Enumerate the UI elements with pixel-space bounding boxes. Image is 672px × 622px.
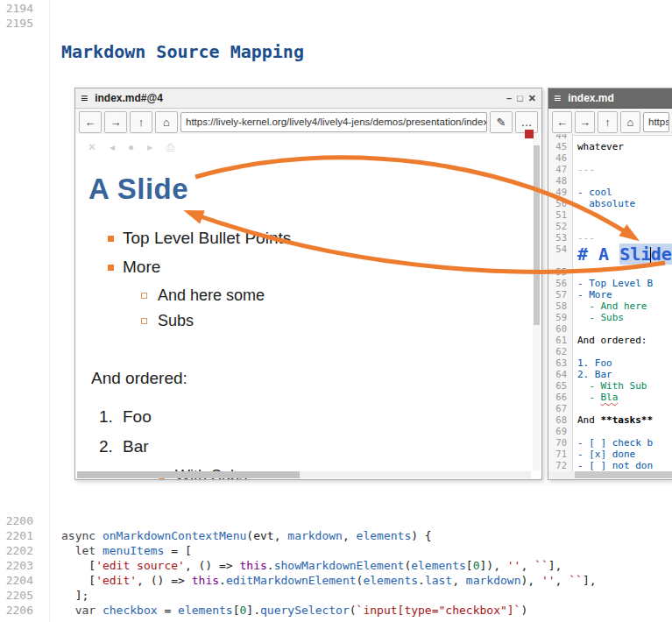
code-line: 53--- bbox=[548, 232, 672, 244]
url-input[interactable]: https://lively-kernel.org/lively4/lively… bbox=[180, 112, 487, 132]
code-line: 55 bbox=[548, 266, 672, 278]
browser-window-source: ≡ index.md ← → ↑ ⌂ https 4445whatever464… bbox=[548, 88, 672, 480]
code-line: 47--- bbox=[548, 164, 672, 175]
line-number: 62 bbox=[548, 346, 572, 357]
code-line: 72- [ ] not don bbox=[548, 460, 672, 471]
code-line: 631. Foo bbox=[548, 357, 672, 369]
back-button[interactable]: ← bbox=[552, 111, 572, 133]
maximize-button[interactable]: □ bbox=[517, 93, 523, 104]
window-titlebar[interactable]: ≡ index.md bbox=[548, 88, 672, 109]
code-line: 46 bbox=[548, 152, 672, 164]
vertical-scrollbar[interactable] bbox=[533, 134, 541, 470]
filled-bullet-icon bbox=[108, 236, 114, 242]
line-number: 65 bbox=[548, 380, 572, 392]
line-number: 66 bbox=[548, 392, 572, 403]
ordered-text: Foo bbox=[123, 407, 152, 427]
editor-lines: 4445whatever4647---4849- cool50 absolute… bbox=[548, 134, 672, 471]
red-indicator[interactable] bbox=[525, 130, 534, 138]
scrollbar-thumb[interactable] bbox=[534, 145, 540, 325]
slide-dot-icon[interactable]: ● bbox=[128, 141, 134, 153]
presentation-toolbar: ✕◂●▸⎙ bbox=[88, 141, 541, 153]
up-button[interactable]: ↑ bbox=[130, 111, 152, 133]
line-number: 55 bbox=[548, 266, 572, 278]
code-line: 56- Top Level B bbox=[548, 278, 672, 289]
line-number: 48 bbox=[548, 175, 572, 187]
line-number: 47 bbox=[548, 164, 572, 175]
line-number: 44 bbox=[548, 134, 572, 141]
home-button[interactable]: ⌂ bbox=[155, 111, 178, 133]
filled-bullet-icon bbox=[108, 265, 114, 271]
line-number: 52 bbox=[548, 221, 572, 232]
line-number: 67 bbox=[548, 403, 572, 414]
browser-window-rendered: ≡ index.md#@4 – □ ✕ ← → ↑ ⌂ https://live… bbox=[74, 88, 542, 480]
embedded-screenshot: ≡ index.md#@4 – □ ✕ ← → ↑ ⌂ https://live… bbox=[74, 88, 672, 480]
code-line: 71- [x] done bbox=[548, 449, 672, 460]
bullet-item: Top Level Bullet Points bbox=[108, 229, 541, 248]
bullet-item: More bbox=[108, 258, 541, 277]
minimize-button[interactable]: – bbox=[506, 93, 512, 104]
bullet-text: Subs bbox=[158, 312, 194, 330]
line-number: 58 bbox=[548, 300, 572, 312]
code-line: 62 bbox=[548, 346, 672, 357]
code-line: 2205 ]; bbox=[0, 588, 672, 603]
hamburger-menu-icon[interactable]: ≡ bbox=[81, 91, 88, 105]
code-line: 61And ordered: bbox=[548, 335, 672, 346]
line-number: 59 bbox=[548, 312, 572, 323]
prev-slide-icon[interactable]: ◂ bbox=[110, 141, 115, 153]
url-input[interactable]: https bbox=[643, 112, 669, 132]
line-number: 68 bbox=[548, 414, 572, 426]
line-number: 72 bbox=[548, 460, 572, 471]
line-number: 64 bbox=[548, 369, 572, 380]
code-line: 60 bbox=[548, 323, 672, 335]
fullscreen-icon[interactable]: ✕ bbox=[88, 141, 96, 153]
scrollbar-thumb[interactable] bbox=[77, 471, 300, 478]
navigation-bar: ← → ↑ ⌂ https bbox=[548, 109, 672, 136]
bullet-text: Top Level Bullet Points bbox=[123, 229, 291, 248]
forward-button[interactable]: → bbox=[104, 111, 127, 133]
code-line: 49- cool bbox=[548, 187, 672, 198]
scrollbar-thumb[interactable] bbox=[575, 471, 672, 478]
hamburger-menu-icon[interactable]: ≡ bbox=[554, 91, 561, 105]
horizontal-scrollbar[interactable] bbox=[548, 471, 672, 478]
horizontal-scrollbar[interactable] bbox=[77, 471, 531, 478]
forward-button[interactable]: → bbox=[575, 111, 595, 133]
code-line: 45whatever bbox=[548, 141, 672, 152]
ordered-marker: 2. bbox=[99, 437, 123, 456]
code-line: 58 - And here bbox=[548, 300, 672, 312]
line-number: 2195 bbox=[0, 16, 33, 31]
line-number: 2202 bbox=[0, 543, 33, 558]
print-icon[interactable]: ⎙ bbox=[166, 141, 174, 153]
line-number: 2194 bbox=[0, 1, 33, 16]
code-line: 51 bbox=[548, 209, 672, 221]
code-line: 66 - Bla bbox=[548, 392, 672, 403]
ordered-item: 2. Bar bbox=[99, 437, 541, 456]
code-line: 52 bbox=[548, 221, 672, 232]
up-button[interactable]: ↑ bbox=[598, 111, 618, 133]
line-number: 51 bbox=[548, 209, 572, 221]
markdown-source-editor[interactable]: 4445whatever4647---4849- cool50 absolute… bbox=[548, 134, 672, 479]
page-title: Markdown Source Mapping bbox=[61, 41, 304, 62]
line-number: 49 bbox=[548, 187, 572, 198]
bullet-item: And here some bbox=[141, 286, 541, 305]
close-button[interactable]: ✕ bbox=[528, 93, 536, 104]
navigation-bar: ← → ↑ ⌂ https://lively-kernel.org/lively… bbox=[75, 109, 541, 136]
code-line: 70- [ ] check b bbox=[548, 437, 672, 449]
paragraph: And ordered: bbox=[91, 369, 541, 388]
window-titlebar[interactable]: ≡ index.md#@4 – □ ✕ bbox=[75, 88, 541, 109]
javascript-code-block[interactable]: 22002201async onMarkdownContextMenu(evt,… bbox=[0, 513, 672, 618]
code-line: 2200 bbox=[0, 513, 672, 528]
code-line: 44 bbox=[548, 134, 672, 141]
ordered-item: 1. Foo bbox=[99, 407, 541, 427]
line-number: 46 bbox=[548, 152, 572, 164]
bullet-text: And here some bbox=[158, 286, 265, 305]
line-number: 2200 bbox=[0, 513, 33, 528]
rendered-markdown-slide[interactable]: ✕◂●▸⎙ A Slide Top Level Bullet PointsMor… bbox=[75, 134, 541, 479]
edit-button[interactable]: ✎ bbox=[490, 111, 513, 133]
line-number: 60 bbox=[548, 323, 572, 335]
home-button[interactable]: ⌂ bbox=[620, 111, 640, 133]
back-button[interactable]: ← bbox=[79, 111, 102, 133]
window-title: index.md bbox=[568, 92, 614, 104]
line-number: 57 bbox=[548, 289, 572, 300]
next-slide-icon[interactable]: ▸ bbox=[147, 141, 152, 153]
hollow-bullet-icon bbox=[141, 293, 147, 299]
